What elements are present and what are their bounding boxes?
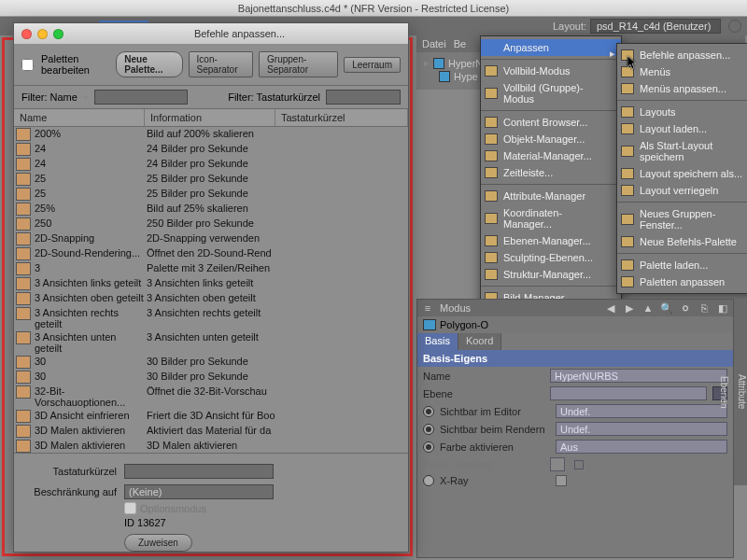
table-row[interactable]: 2424 Bilder pro Sekunde [14,157,408,172]
col-name[interactable]: Name [14,109,145,126]
color-arrow-icon[interactable] [574,460,584,469]
table-row[interactable]: 200%Bild auf 200% skalieren [14,127,408,142]
minimize-icon[interactable] [37,29,48,39]
group-separator-button[interactable]: Gruppen-Separator [259,51,338,77]
menu-item[interactable]: Layout verriegeln [617,182,747,199]
menu-item[interactable]: Content Browser... [481,114,621,131]
table-row[interactable]: 3D Malen aktivieren3D Malen aktivieren [14,439,408,454]
search-attr-icon[interactable]: 🔍 [660,301,673,315]
lbl-kb: Tastaturkürzel [23,466,117,477]
menu-item[interactable]: Vollbild (Gruppe)-Modus [481,79,621,107]
radio-farbe-akt[interactable] [423,441,434,453]
command-icon [16,143,31,156]
menu-item[interactable]: Objekt-Manager... [481,131,621,147]
field-vis-render[interactable]: Undef. [556,422,727,436]
checkbox-xray[interactable] [556,475,567,486]
table-row[interactable]: 3 Ansichten links geteilt3 Ansichten lin… [14,276,408,291]
search-icon[interactable] [728,20,741,33]
table-row[interactable]: 25%Bild auf 25% skalieren [14,202,408,217]
lbl-options: Optionsmodus [140,503,206,514]
checkbox-palette-edit[interactable] [21,59,34,71]
command-icon [16,307,31,320]
menu-item[interactable]: Palette laden... [617,257,747,273]
filter-kb-input[interactable] [326,90,401,105]
color-swatch[interactable] [550,457,565,471]
new-palette-button[interactable]: Neue Palette... [116,51,182,77]
menu-item[interactable]: Menüs anpassen... [617,80,747,97]
table-row[interactable]: 2525 Bilder pro Sekunde [14,172,408,187]
field-name[interactable]: HyperNURBS [550,369,727,383]
radio-xray[interactable] [423,475,434,486]
menu-item[interactable]: Layout laden... [617,120,747,137]
command-icon [16,158,31,171]
table-row[interactable]: 3Palette mit 3 Zeilen/Reihen [14,261,408,276]
menu-item[interactable]: Koordinaten-Manager... [481,204,621,232]
table-row[interactable]: 2D-Sound-Rendering...Öffnet den 2D-Sound… [14,246,408,261]
table-row[interactable]: 2424 Bilder pro Sekunde [14,142,408,157]
attr-section-head: Basis-Eigens [417,350,733,367]
radio-vis-render[interactable] [423,424,434,435]
mi-anpassen[interactable]: Anpassen [481,39,621,56]
pin-icon[interactable]: ⎘ [698,301,711,315]
icon-separator-button[interactable]: Icon-Separator [189,51,254,77]
lock-icon[interactable]: ⭘ [679,301,692,315]
table-row[interactable]: 32-Bit-Vorschauoptionen...Öffnet die 32-… [14,385,408,409]
assign-button[interactable]: Zuweisen [124,534,192,552]
field-ebene[interactable] [550,386,707,400]
table-row[interactable]: 2D-Snapping2D-Snapping verwenden [14,231,408,246]
nav-fwd-icon[interactable]: ▶ [623,301,636,315]
menu-item[interactable]: Menüs [617,63,747,80]
restrict-select[interactable]: (Keine) [124,484,274,499]
menu-item[interactable]: Attribute-Manager [481,188,621,204]
menu-item[interactable]: Vollbild-Modus [481,63,621,79]
radio-vis-editor[interactable] [423,406,434,417]
menu-item[interactable]: Layout speichern als... [617,165,747,182]
menu-item[interactable]: Zeitleiste... [481,164,621,181]
menu-icon [621,49,634,61]
zoom-icon[interactable] [53,29,63,39]
close-icon[interactable] [21,29,32,39]
table-row[interactable]: 3D Malen aktivierenAktiviert das Materia… [14,424,408,439]
col-info[interactable]: Information [145,109,275,126]
menu-item[interactable]: Paletten anpassen [617,273,747,290]
cube-icon [439,71,450,82]
col-kb[interactable]: Tastaturkürzel [275,109,408,126]
table-row[interactable]: 250250 Bilder pro Sekunde [14,217,408,231]
table-row[interactable]: 3030 Bilder pro Sekunde [14,370,408,385]
menu-item[interactable]: Ebenen-Manager... [481,232,621,249]
menu-item[interactable]: Sculpting-Ebenen... [481,249,621,266]
tab-basis[interactable]: Basis [417,333,458,350]
command-list[interactable]: 200%Bild auf 200% skalieren2424 Bilder p… [14,127,408,454]
obj-menu-datei[interactable]: Datei [422,38,446,49]
table-row[interactable]: 3030 Bilder pro Sekunde [14,355,408,370]
layout-selector[interactable]: psd_R14_c4d (Benutzer) [590,19,721,34]
menu-item[interactable]: Als Start-Layout speichern [617,137,747,165]
menu-item[interactable]: Befehle anpassen... [617,47,747,63]
obj-menu-be[interactable]: Be [454,38,466,49]
command-icon [16,128,31,141]
field-farbe-akt[interactable]: Aus [556,440,727,454]
kb-input[interactable] [124,464,274,479]
table-row[interactable]: 3 Ansichten unten geteilt3 Ansichten unt… [14,330,408,355]
filter-name-input[interactable] [94,90,188,105]
table-row[interactable]: 3 Ansichten rechts geteilt3 Ansichten re… [14,306,408,330]
cell-info: 3 Ansichten rechts geteilt [145,307,388,329]
attr-modus[interactable]: Modus [440,302,471,314]
menu-item[interactable]: Struktur-Manager... [481,266,621,283]
field-vis-editor[interactable]: Undef. [556,404,727,418]
nav-up-icon[interactable]: ▲ [641,301,655,315]
leerraum-button[interactable]: Leerraum [344,57,401,73]
tab-koord[interactable]: Koord [458,333,501,350]
cell-info: 25 Bilder pro Sekunde [145,173,388,186]
menu-item[interactable]: Material-Manager... [481,147,621,164]
table-row[interactable]: 3 Ansichten oben geteilt3 Ansichten oben… [14,291,408,306]
table-row[interactable]: 3D Ansicht einfrierenFriert die 3D Ansic… [14,409,408,424]
mode-icon[interactable]: ≡ [421,301,434,315]
side-tab-ebenen[interactable]: Ebenen [719,304,729,480]
table-row[interactable]: 2525 Bilder pro Sekunde [14,187,408,202]
menu-item[interactable]: Layouts [617,104,747,120]
menu-item[interactable]: Neue Befehls-Palette [617,233,747,250]
menu-item[interactable]: Neues Gruppen-Fenster... [617,205,747,233]
side-tab-attribute[interactable]: Attribute [737,304,747,480]
nav-back-icon[interactable]: ◀ [604,301,617,315]
